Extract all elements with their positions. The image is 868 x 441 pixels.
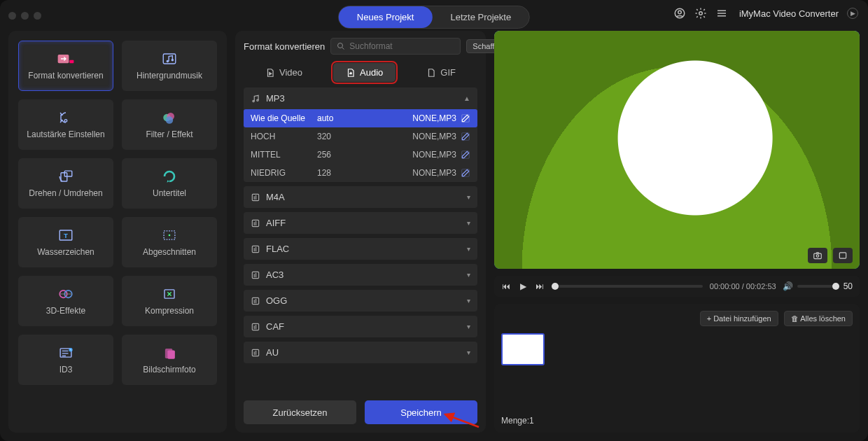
reset-button[interactable]: Zurücksetzen — [244, 400, 356, 424]
edit-preset-icon[interactable] — [461, 132, 470, 141]
preset-codec: NONE,MP3 — [366, 132, 461, 141]
format-type-tabs: Video Audio GIF — [244, 63, 477, 82]
svg-point-1 — [678, 10, 682, 14]
svg-point-8 — [64, 120, 67, 122]
tool-tile-label: Untertitel — [153, 188, 186, 198]
edit-preset-icon[interactable] — [461, 168, 470, 178]
preset-row[interactable]: NIEDRIG 128 NONE,MP3 — [244, 164, 477, 182]
tab-recent-projects[interactable]: Letzte Projekte — [432, 6, 529, 28]
audio-format-icon — [251, 218, 260, 228]
add-file-button[interactable]: + Datei hinzufügen — [700, 311, 778, 326]
format-panel-title: Format konvertieren — [244, 41, 325, 52]
preset-row[interactable]: MITTEL 256 NONE,MP3 — [244, 146, 477, 164]
edit-preset-icon[interactable] — [461, 113, 470, 123]
audio-format-icon — [251, 348, 260, 358]
snapshot-button[interactable] — [808, 248, 827, 263]
volume-icon — [56, 110, 76, 125]
tool-tile-label: 3D-Effekte — [46, 306, 85, 316]
svg-point-41 — [816, 255, 819, 258]
preset-row[interactable]: HOCH 320 NONE,MP3 — [244, 127, 477, 146]
preview-image — [494, 31, 860, 269]
format-group-AU[interactable]: AU ▾ — [244, 342, 477, 363]
audio-format-icon — [251, 94, 260, 104]
brand-label: iMyMac Video Converter — [739, 8, 839, 19]
search-format[interactable] — [330, 38, 461, 55]
clear-all-button[interactable]: 🗑 Alles löschen — [784, 311, 853, 326]
tab-gif[interactable]: GIF — [414, 63, 468, 82]
format-group-label: AC3 — [266, 270, 284, 280]
tool-tile-id3[interactable]: ID3 — [18, 335, 113, 385]
svg-point-25 — [338, 43, 343, 48]
tool-tile-compress[interactable]: Kompression — [122, 276, 217, 326]
chevron-down-icon: ▾ — [467, 193, 470, 201]
chevron-down-icon: ▾ — [467, 323, 470, 330]
tab-new-project[interactable]: Neues Projekt — [339, 6, 433, 28]
tool-tile-crop[interactable]: Abgeschnitten — [122, 217, 217, 267]
fullscreen-button[interactable] — [833, 248, 853, 263]
tool-tile-filter[interactable]: Filter / Effekt — [122, 99, 217, 150]
tool-tile-label: Lautstärke Einstellen — [27, 130, 104, 139]
volume-icon[interactable]: 🔊 — [783, 281, 793, 291]
settings-icon[interactable] — [694, 7, 707, 20]
3d-icon — [56, 286, 76, 302]
max-dot[interactable] — [34, 12, 41, 20]
preset-name: MITTEL — [251, 150, 317, 160]
audio-format-icon — [251, 244, 260, 254]
seek-track[interactable] — [552, 285, 703, 288]
music-icon — [160, 51, 179, 66]
format-group-CAF[interactable]: CAF ▾ — [244, 316, 477, 337]
player-bar: ⏮ ▶ ⏭ 00:00:00 / 00:02:53 🔊 50 — [494, 276, 860, 297]
brand-expand-icon[interactable]: ▶ — [847, 8, 858, 19]
crop-icon — [160, 227, 179, 243]
tool-tile-volume[interactable]: Lautstärke Einstellen — [18, 99, 113, 150]
volume-value: 50 — [844, 281, 853, 291]
top-right-tools: iMyMac Video Converter ▶ — [673, 7, 858, 20]
svg-rect-4 — [69, 60, 74, 63]
prev-button[interactable]: ⏮ — [501, 281, 511, 291]
tool-tile-label: Kompression — [145, 306, 194, 316]
search-input[interactable] — [349, 41, 454, 51]
svg-point-11 — [166, 116, 174, 124]
svg-point-26 — [253, 100, 254, 102]
preset-row[interactable]: Wie die Quelle auto NONE,MP3 — [244, 109, 477, 127]
tab-video[interactable]: Video — [253, 63, 315, 82]
time-display: 00:00:00 / 00:02:53 — [710, 282, 776, 290]
close-dot[interactable] — [8, 12, 16, 20]
format-group-AIFF[interactable]: AIFF ▾ — [244, 212, 477, 234]
menu-icon[interactable] — [715, 7, 728, 20]
tool-tile-watermark[interactable]: TWasserzeichen — [18, 217, 113, 267]
format-group-AC3[interactable]: AC3 ▾ — [244, 264, 477, 286]
tab-audio[interactable]: Audio — [333, 63, 396, 82]
svg-rect-40 — [814, 253, 822, 259]
queue-thumbnail[interactable] — [501, 333, 545, 365]
gif-file-icon — [426, 68, 436, 78]
preset-name: NIEDRIG — [251, 168, 317, 178]
preview-column: ⏮ ▶ ⏭ 00:00:00 / 00:02:53 🔊 50 + Datei h… — [494, 31, 860, 433]
play-button[interactable]: ▶ — [518, 281, 528, 291]
format-group-MP3[interactable]: MP3 ▲ — [244, 88, 477, 109]
tools-panel: Format konvertierenHintergrundmusikLauts… — [8, 31, 227, 433]
svg-point-17 — [169, 234, 171, 237]
account-icon[interactable] — [673, 7, 686, 20]
format-group-FLAC[interactable]: FLAC ▾ — [244, 238, 477, 260]
tool-tile-label: Wasserzeichen — [37, 247, 94, 257]
next-button[interactable]: ⏭ — [535, 281, 545, 291]
min-dot[interactable] — [21, 12, 29, 20]
subtitle-icon — [160, 169, 179, 184]
volume-track[interactable] — [797, 285, 839, 288]
format-group-M4A[interactable]: M4A ▾ — [244, 186, 477, 208]
save-button[interactable]: Speichern — [365, 400, 477, 424]
svg-point-7 — [172, 59, 174, 62]
tool-tile-rotate[interactable]: Drehen / Umdrehen — [18, 158, 113, 209]
tool-tile-3d[interactable]: 3D-Effekte — [18, 276, 113, 326]
fullscreen-icon — [837, 251, 848, 260]
tool-tile-music[interactable]: Hintergrundmusik — [122, 41, 217, 91]
tool-tile-subtitle[interactable]: Untertitel — [122, 158, 217, 209]
tool-tile-convert[interactable]: Format konvertieren — [18, 41, 113, 91]
edit-preset-icon[interactable] — [461, 150, 470, 160]
volume-handle[interactable] — [832, 283, 839, 290]
format-group-OGG[interactable]: OGG ▾ — [244, 290, 477, 312]
chevron-down-icon: ▾ — [467, 271, 470, 279]
tool-tile-screenshot[interactable]: Bildschirmfoto — [122, 335, 217, 385]
seek-handle[interactable] — [552, 283, 559, 290]
